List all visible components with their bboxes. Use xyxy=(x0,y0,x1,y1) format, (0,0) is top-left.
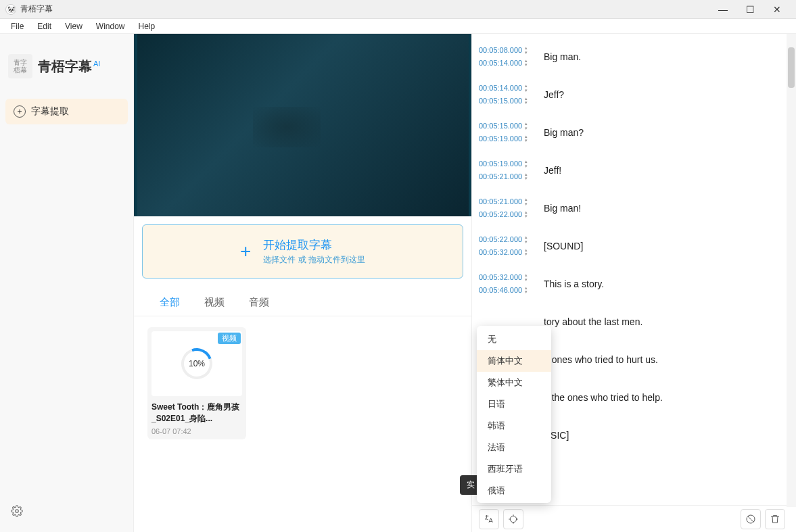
subtitle-row[interactable]: 00:05:21.000▴▾00:05:22.000▴▾Big man! xyxy=(472,189,796,227)
video-frame xyxy=(137,34,469,216)
plus-icon: + xyxy=(240,241,251,262)
subtitle-text[interactable]: Big man. xyxy=(538,51,789,62)
language-option[interactable]: 日语 xyxy=(477,393,551,415)
brand-name: 青梧字幕 xyxy=(38,59,92,74)
subtitle-text[interactable]: [SOUND] xyxy=(538,241,789,251)
subtitle-row[interactable]: 00:05:32.000▴▾00:05:46.000▴▾This is a st… xyxy=(472,265,796,303)
subtitle-row[interactable]: 00:05:19.000▴▾00:05:21.000▴▾Jeff! xyxy=(472,151,796,189)
translate-button[interactable] xyxy=(479,509,499,529)
file-card[interactable]: 视频 10% Sweet Tooth：鹿角男孩_S02E01_身陷... 06-… xyxy=(147,327,246,439)
subtitle-times[interactable]: 00:05:14.000▴▾00:05:15.000▴▾ xyxy=(479,82,538,107)
block-icon xyxy=(745,514,756,525)
dropzone-title: 开始提取字幕 xyxy=(263,237,365,253)
language-option[interactable]: 西班牙语 xyxy=(477,458,551,480)
subtitle-text[interactable]: Big man? xyxy=(538,127,789,138)
menubar: File Edit View Window Help xyxy=(0,19,796,34)
subtitle-times[interactable]: 00:05:08.000▴▾00:05:14.000▴▾ xyxy=(479,44,538,69)
subtitle-text[interactable]: d the ones who tried to help. xyxy=(538,392,789,403)
video-preview[interactable] xyxy=(134,34,471,216)
file-thumb: 视频 10% xyxy=(151,331,242,396)
language-option[interactable]: 简体中文 xyxy=(477,350,551,372)
window-title: 青梧字幕 xyxy=(20,3,53,15)
nav-extract-button[interactable]: + 字幕提取 xyxy=(5,99,128,124)
brand-sup: AI xyxy=(93,59,100,68)
gear-icon xyxy=(11,505,23,517)
file-time: 06-07 07:42 xyxy=(151,427,242,435)
subtitle-times[interactable]: 00:05:22.000▴▾00:05:32.000▴▾ xyxy=(479,233,538,258)
menu-help[interactable]: Help xyxy=(132,20,162,32)
maximize-button[interactable]: ☐ xyxy=(736,0,764,19)
language-option[interactable]: 法语 xyxy=(477,437,551,458)
subtitle-times[interactable]: 00:05:32.000▴▾00:05:46.000▴▾ xyxy=(479,271,538,296)
plus-circle-icon: + xyxy=(14,105,26,118)
titlebar: 🐼 青梧字幕 — ☐ ✕ xyxy=(0,0,796,19)
subtitle-times[interactable]: 00:05:19.000▴▾00:05:21.000▴▾ xyxy=(479,158,538,183)
subtitle-row[interactable]: 00:05:15.000▴▾00:05:19.000▴▾Big man? xyxy=(472,114,796,151)
menu-file[interactable]: File xyxy=(4,20,30,32)
language-list[interactable]: 无简体中文繁体中文日语韩语法语西班牙语俄语 xyxy=(477,329,551,500)
dropzone-sub: 选择文件 或 拖动文件到这里 xyxy=(263,254,365,266)
locate-button[interactable] xyxy=(503,509,523,529)
tab-video[interactable]: 视频 xyxy=(192,289,237,316)
subtitle-text[interactable]: USIC] xyxy=(538,430,789,441)
language-option[interactable]: 韩语 xyxy=(477,415,551,437)
brand-logo: 青字梧幕 xyxy=(8,54,32,78)
language-option[interactable]: 繁体中文 xyxy=(477,372,551,393)
language-dropdown: 无简体中文繁体中文日语韩语法语西班牙语俄语 xyxy=(477,326,551,503)
minimize-button[interactable]: — xyxy=(709,0,736,19)
tab-audio[interactable]: 音频 xyxy=(237,289,281,316)
subtitle-row[interactable]: 00:05:22.000▴▾00:05:32.000▴▾[SOUND] xyxy=(472,227,796,265)
svg-point-0 xyxy=(16,510,19,513)
file-grid: 视频 10% Sweet Tooth：鹿角男孩_S02E01_身陷... 06-… xyxy=(134,316,471,450)
progress-value: 10% xyxy=(189,359,205,368)
subtitle-times[interactable]: 00:05:15.000▴▾00:05:19.000▴▾ xyxy=(479,120,538,145)
subtitle-text[interactable]: e ones who tried to hurt us. xyxy=(538,354,789,365)
sidebar: 青字梧幕 青梧字幕AI + 字幕提取 xyxy=(0,34,134,532)
app-icon: 🐼 xyxy=(5,4,16,15)
subtitle-times[interactable]: 00:05:21.000▴▾00:05:22.000▴▾ xyxy=(479,195,538,220)
file-title: Sweet Tooth：鹿角男孩_S02E01_身陷... xyxy=(151,402,242,425)
scrollbar[interactable] xyxy=(787,34,796,507)
close-button[interactable]: ✕ xyxy=(764,0,791,19)
subtitle-text[interactable]: Jeff? xyxy=(538,89,789,100)
subtitle-text[interactable]: Big man! xyxy=(538,203,789,214)
file-badge: 视频 xyxy=(218,333,241,344)
menu-window[interactable]: Window xyxy=(89,20,132,32)
scrollbar-thumb[interactable] xyxy=(788,47,795,88)
subtitle-text[interactable]: Jeff! xyxy=(538,165,789,176)
subtitle-text[interactable]: tory about the last men. xyxy=(538,316,789,327)
delete-button[interactable] xyxy=(765,509,785,529)
menu-view[interactable]: View xyxy=(58,20,89,32)
trash-icon xyxy=(770,514,780,525)
crosshair-icon xyxy=(508,514,519,525)
bottom-toolbar xyxy=(472,505,796,532)
language-option[interactable]: 俄语 xyxy=(477,480,551,500)
dropzone[interactable]: + 开始提取字幕 选择文件 或 拖动文件到这里 xyxy=(142,224,463,279)
window-controls: — ☐ ✕ xyxy=(709,0,791,19)
file-tabs: 全部 视频 音频 xyxy=(134,287,471,316)
subtitle-row[interactable]: 00:05:08.000▴▾00:05:14.000▴▾Big man. xyxy=(472,38,796,76)
progress-ring: 10% xyxy=(176,343,217,384)
subtitle-row[interactable]: 00:05:14.000▴▾00:05:15.000▴▾Jeff? xyxy=(472,76,796,114)
content-pane: + 开始提取字幕 选择文件 或 拖动文件到这里 全部 视频 音频 视频 10% … xyxy=(134,34,471,532)
menu-edit[interactable]: Edit xyxy=(30,20,58,32)
svg-point-1 xyxy=(510,516,516,522)
brand: 青字梧幕 青梧字幕AI xyxy=(5,41,128,99)
translate-icon xyxy=(484,514,494,525)
tab-all[interactable]: 全部 xyxy=(147,289,192,316)
subtitle-text[interactable]: This is a story. xyxy=(538,279,789,289)
settings-button[interactable] xyxy=(5,500,128,525)
nav-extract-label: 字幕提取 xyxy=(31,105,69,118)
language-option[interactable]: 无 xyxy=(477,329,551,350)
block-button[interactable] xyxy=(741,509,761,529)
